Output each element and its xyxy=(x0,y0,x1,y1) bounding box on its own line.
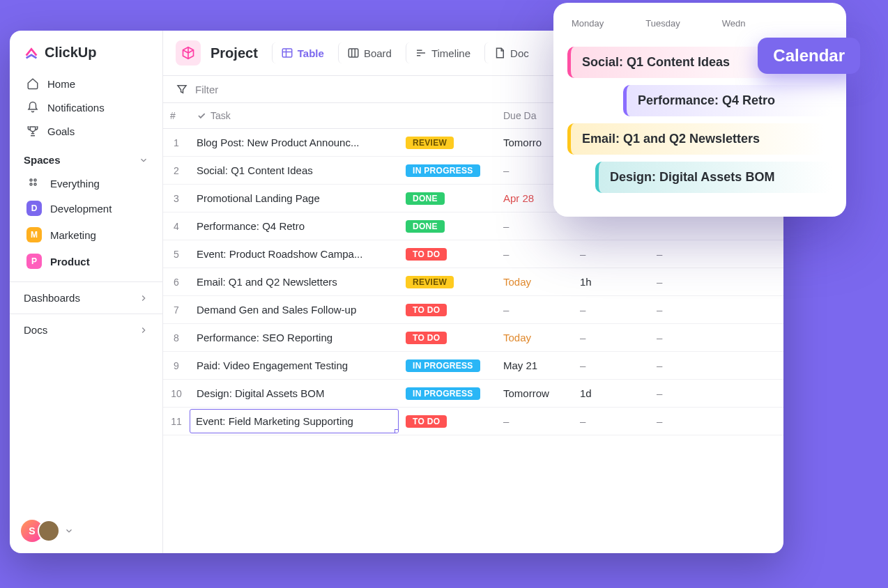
task-due[interactable]: – xyxy=(496,297,573,323)
home-icon xyxy=(26,77,39,90)
task-due[interactable]: – xyxy=(496,408,573,434)
task-name[interactable]: Promotional Landing Page xyxy=(190,185,399,211)
task-status[interactable]: DONE xyxy=(399,185,496,212)
calendar-event[interactable]: Design: Digital Assets BOM xyxy=(595,162,832,193)
task-col1[interactable]: 1d xyxy=(573,380,650,406)
task-due[interactable]: – xyxy=(496,213,573,239)
task-status[interactable]: TO DO xyxy=(399,408,496,435)
svg-point-2 xyxy=(30,183,32,185)
task-status[interactable]: DONE xyxy=(399,212,496,240)
row-index: 9 xyxy=(163,353,190,378)
table-row[interactable]: 11 Event: Field Marketing Supporting TO … xyxy=(163,408,783,435)
task-due[interactable]: – xyxy=(496,241,573,267)
task-status[interactable]: IN PROGRESS xyxy=(399,157,496,184)
task-name[interactable]: Performance: SEO Reporting xyxy=(190,325,399,350)
nav-home[interactable]: Home xyxy=(18,72,154,95)
space-everything-label: Everything xyxy=(50,178,100,189)
task-col1[interactable]: – xyxy=(573,353,650,378)
task-col2[interactable]: – xyxy=(650,269,726,295)
tab-timeline[interactable]: Timeline xyxy=(406,42,479,63)
space-name: Development xyxy=(50,203,112,215)
task-col1[interactable] xyxy=(573,219,650,233)
table-row[interactable]: 8 Performance: SEO Reporting TO DO Today… xyxy=(163,324,783,352)
sidebar-space-development[interactable]: DDevelopment xyxy=(18,195,154,222)
calendar-badge[interactable]: Calendar xyxy=(758,38,860,74)
svg-point-0 xyxy=(30,179,32,181)
task-status[interactable]: TO DO xyxy=(399,296,496,323)
nav-notifications[interactable]: Notifications xyxy=(18,95,154,119)
project-name: Project xyxy=(210,45,258,61)
link-docs[interactable]: Docs xyxy=(10,314,162,346)
table-row[interactable]: 5 Event: Product Roadshow Campa... TO DO… xyxy=(163,240,783,268)
table-row[interactable]: 10 Design: Digital Assets BOM IN PROGRES… xyxy=(163,380,783,408)
link-dashboards-label: Dashboards xyxy=(24,292,80,304)
nav-notifications-label: Notifications xyxy=(47,102,105,114)
task-status[interactable]: TO DO xyxy=(399,324,496,351)
task-due[interactable]: Today xyxy=(496,269,573,295)
task-status[interactable]: REVIEW xyxy=(399,129,496,156)
tab-table[interactable]: Table xyxy=(272,42,332,63)
calendar-overlay: Monday Tuesday Wedn Social: Q1 Content I… xyxy=(553,3,846,217)
task-col2[interactable]: – xyxy=(650,241,726,267)
spaces-list: Everything DDevelopmentMMarketingPProduc… xyxy=(10,171,162,274)
space-name: Product xyxy=(50,256,90,268)
task-col1[interactable]: – xyxy=(573,408,650,434)
task-col2[interactable]: – xyxy=(650,380,726,406)
task-name[interactable]: Performance: Q4 Retro xyxy=(190,213,399,239)
table-row[interactable]: 4 Performance: Q4 Retro DONE – xyxy=(163,212,783,240)
task-col2[interactable] xyxy=(650,219,726,233)
table-icon xyxy=(281,47,293,59)
task-status[interactable]: REVIEW xyxy=(399,268,496,295)
task-name[interactable]: Email: Q1 and Q2 Newsletters xyxy=(190,269,399,295)
task-name[interactable]: Paid: Video Engagement Testing xyxy=(190,353,399,378)
link-docs-label: Docs xyxy=(24,324,47,336)
chevron-right-icon xyxy=(139,325,148,335)
task-name[interactable]: Event: Product Roadshow Campa... xyxy=(190,241,399,267)
task-col1[interactable]: – xyxy=(573,241,650,267)
tab-doc[interactable]: Doc xyxy=(484,42,537,63)
task-name[interactable]: Blog Post: New Product Announc... xyxy=(190,130,399,155)
filter-button[interactable]: Filter xyxy=(176,83,218,95)
task-status[interactable]: IN PROGRESS xyxy=(399,352,496,379)
space-badge-icon: P xyxy=(26,254,42,269)
row-index: 7 xyxy=(163,297,190,323)
task-name[interactable]: Event: Field Marketing Supporting xyxy=(190,409,399,433)
table-row[interactable]: 6 Email: Q1 and Q2 Newsletters REVIEW To… xyxy=(163,268,783,296)
task-col2[interactable]: – xyxy=(650,325,726,350)
col-status[interactable] xyxy=(399,109,496,123)
chevron-down-icon[interactable] xyxy=(64,526,74,536)
task-col2[interactable]: – xyxy=(650,353,726,378)
col-index[interactable]: # xyxy=(163,103,190,128)
nav-goals[interactable]: Goals xyxy=(18,119,154,143)
task-col1[interactable]: – xyxy=(573,297,650,323)
space-everything[interactable]: Everything xyxy=(18,171,154,195)
task-col2[interactable]: – xyxy=(650,408,726,434)
row-index: 11 xyxy=(163,409,190,434)
task-status[interactable]: IN PROGRESS xyxy=(399,380,496,407)
table-row[interactable]: 9 Paid: Video Engagement Testing IN PROG… xyxy=(163,352,783,380)
sidebar-space-product[interactable]: PProduct xyxy=(18,248,154,274)
task-due[interactable]: May 21 xyxy=(496,353,573,378)
spaces-header[interactable]: Spaces xyxy=(10,143,162,171)
task-name[interactable]: Design: Digital Assets BOM xyxy=(190,380,399,406)
task-col1[interactable]: – xyxy=(573,325,650,350)
svg-point-1 xyxy=(34,179,36,181)
calendar-event[interactable]: Email: Q1 and Q2 Newsletters xyxy=(567,123,825,155)
brand-logo[interactable]: ClickUp xyxy=(10,31,162,72)
tab-table-label: Table xyxy=(298,47,324,59)
task-col1[interactable]: 1h xyxy=(573,269,650,295)
table-row[interactable]: 7 Demand Gen and Sales Follow-up TO DO –… xyxy=(163,296,783,324)
task-status[interactable]: TO DO xyxy=(399,240,496,268)
task-name[interactable]: Demand Gen and Sales Follow-up xyxy=(190,297,399,323)
task-name[interactable]: Social: Q1 Content Ideas xyxy=(190,157,399,183)
task-col2[interactable]: – xyxy=(650,297,726,323)
svg-rect-5 xyxy=(349,49,358,57)
avatar-user-2[interactable] xyxy=(38,520,60,542)
task-due[interactable]: Today xyxy=(496,325,573,350)
link-dashboards[interactable]: Dashboards xyxy=(10,281,162,314)
col-task[interactable]: Task xyxy=(190,103,399,128)
calendar-event[interactable]: Performance: Q4 Retro xyxy=(623,85,832,116)
tab-board[interactable]: Board xyxy=(338,42,400,63)
sidebar-space-marketing[interactable]: MMarketing xyxy=(18,222,154,248)
task-due[interactable]: Tomorrow xyxy=(496,380,573,406)
